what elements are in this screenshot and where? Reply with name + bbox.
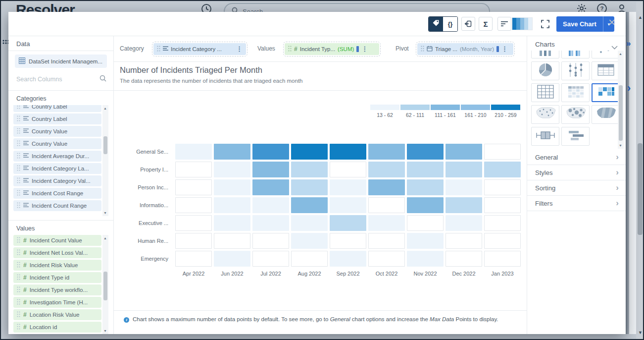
pivot-aggregation[interactable]: (Month, Year) <box>460 46 494 52</box>
heatmap-cell[interactable] <box>330 251 366 267</box>
category-column-pill[interactable]: Country Label <box>13 105 101 112</box>
aggregation-button[interactable]: Σ <box>479 17 493 31</box>
category-column-pill[interactable]: Country Value <box>13 126 101 137</box>
section-general[interactable]: General› <box>527 150 626 165</box>
pill-menu-icon[interactable]: ⋮ <box>236 46 243 52</box>
drag-handle-icon[interactable] <box>17 190 20 197</box>
scroll-up-icon[interactable]: ▲ <box>103 236 107 240</box>
heatmap-cell[interactable] <box>175 162 212 177</box>
chart-type-box-plot[interactable] <box>531 127 559 146</box>
heatmap-cell[interactable] <box>252 162 289 177</box>
heatmap-cell[interactable] <box>214 233 250 249</box>
heatmap-cell[interactable] <box>368 162 405 177</box>
chart-type-pie-chart[interactable] <box>531 61 559 80</box>
category-column-pill[interactable]: Incident Category La... <box>13 163 101 174</box>
value-column-pill[interactable]: #Location Risk Value <box>13 309 101 320</box>
drag-handle-icon[interactable] <box>17 299 20 306</box>
chart-type-map-markers[interactable] <box>531 105 559 124</box>
pivot-pill[interactable]: Triage ... (Month, Year) ⋮ <box>417 43 513 55</box>
heatmap-cell[interactable] <box>446 215 482 231</box>
chart-type-pivot-table[interactable] <box>561 83 590 102</box>
heatmap-cell[interactable] <box>214 215 250 231</box>
section-sorting[interactable]: Sorting› <box>527 180 626 196</box>
category-column-pill[interactable]: Incident Count Range <box>13 200 101 211</box>
heatmap-cell[interactable] <box>175 233 212 249</box>
chart-type-table-grid[interactable] <box>531 83 559 102</box>
drag-handle-icon[interactable] <box>17 286 20 293</box>
section-styles[interactable]: Styles› <box>527 165 626 180</box>
heatmap-cell[interactable] <box>330 162 366 177</box>
chart-type-heatmap[interactable] <box>592 83 618 102</box>
chart-type-map-choropleth[interactable] <box>592 105 618 124</box>
values-pill[interactable]: # Incident Typ... (SUM) ⋮ <box>285 43 379 55</box>
heatmap-cell[interactable] <box>407 162 444 177</box>
drag-handle-icon[interactable] <box>157 46 160 53</box>
dataset-pill[interactable]: DataSet Incident Managem... <box>15 55 107 68</box>
heatmap-cell[interactable] <box>484 162 521 177</box>
heatmap-cell[interactable] <box>330 179 366 195</box>
category-pill[interactable]: Incident Category ... ⋮ <box>153 43 246 55</box>
heatmap-cell[interactable] <box>368 215 405 231</box>
heatmap-cell[interactable] <box>407 197 444 213</box>
drag-handle-icon[interactable] <box>17 165 20 172</box>
heatmap-cell[interactable] <box>330 233 366 249</box>
heatmap-cell[interactable] <box>368 251 405 267</box>
chart-type-dot-plot[interactable] <box>561 61 590 80</box>
scrollbar-thumb[interactable] <box>619 85 623 141</box>
fullscreen-button[interactable] <box>538 17 552 31</box>
heatmap-cell[interactable] <box>252 215 289 231</box>
category-column-pill[interactable]: Incident Category Val... <box>13 175 101 186</box>
heatmap-cell[interactable] <box>407 251 444 267</box>
heatmap-cell[interactable] <box>484 197 521 213</box>
drag-handle-icon[interactable] <box>17 262 20 269</box>
chart-type-scatter-chart[interactable] <box>592 51 618 58</box>
scrollbar-thumb[interactable] <box>103 136 107 154</box>
heatmap-cell[interactable] <box>252 144 289 160</box>
pill-menu-icon[interactable]: ⋮ <box>501 46 508 52</box>
scroll-up-icon[interactable]: ▲ <box>103 107 107 110</box>
heatmap-cell[interactable] <box>484 215 521 231</box>
heatmap-cell[interactable] <box>175 251 212 267</box>
drag-handle-icon[interactable] <box>17 140 20 147</box>
charts-scrollbar[interactable]: ▲ ▼ <box>618 51 624 149</box>
category-column-pill[interactable]: Incident Average Dur... <box>13 151 101 162</box>
column-search-input[interactable] <box>16 76 99 83</box>
heatmap-cell[interactable] <box>484 179 521 195</box>
heatmap-cell[interactable] <box>330 144 366 160</box>
heatmap-cell[interactable] <box>291 251 328 267</box>
scroll-up-icon[interactable]: ▲ <box>638 15 643 20</box>
heatmap-cell[interactable] <box>214 197 250 213</box>
page-scrollbar[interactable]: ▲ ▼ <box>636 2 644 339</box>
drag-handle-icon[interactable] <box>421 46 424 53</box>
sort-filter-button[interactable] <box>497 17 511 31</box>
heatmap-cell[interactable] <box>214 179 250 195</box>
value-column-pill[interactable]: #Location id <box>13 322 101 333</box>
chart-type-data-table[interactable] <box>592 61 618 80</box>
value-column-pill[interactable]: #Incident Count Value <box>13 235 101 246</box>
color-palette-button[interactable] <box>512 17 533 30</box>
scroll-down-icon[interactable]: ▼ <box>638 330 643 335</box>
heatmap-cell[interactable] <box>175 144 212 160</box>
heatmap-cell[interactable] <box>252 233 289 249</box>
drag-handle-icon[interactable] <box>17 237 20 244</box>
close-icon[interactable]: × <box>605 16 618 29</box>
heatmap-cell[interactable] <box>214 162 250 177</box>
save-chart-label[interactable]: Save Chart <box>556 16 603 32</box>
heatmap-cell[interactable] <box>252 251 289 267</box>
heatmap-cell[interactable] <box>214 251 250 267</box>
heatmap-cell[interactable] <box>484 251 521 267</box>
chart-type-grouped-column-chart[interactable] <box>561 51 590 58</box>
scroll-down-icon[interactable]: ▼ <box>103 329 107 333</box>
heatmap-cell[interactable] <box>407 144 444 160</box>
drag-handle-icon[interactable] <box>17 324 20 331</box>
drag-handle-icon[interactable] <box>17 128 20 135</box>
heatmap-cell[interactable] <box>252 197 289 213</box>
heatmap-cell[interactable] <box>368 144 405 160</box>
drag-handle-icon[interactable] <box>17 153 20 160</box>
section-filters[interactable]: Filters› <box>527 196 626 211</box>
heatmap-cell[interactable] <box>175 179 212 195</box>
value-column-pill[interactable]: #Incident Net Loss Val... <box>13 247 101 258</box>
drag-handle-icon[interactable] <box>17 177 20 184</box>
heatmap-cell[interactable] <box>446 162 482 177</box>
heatmap-cell[interactable] <box>446 144 482 160</box>
